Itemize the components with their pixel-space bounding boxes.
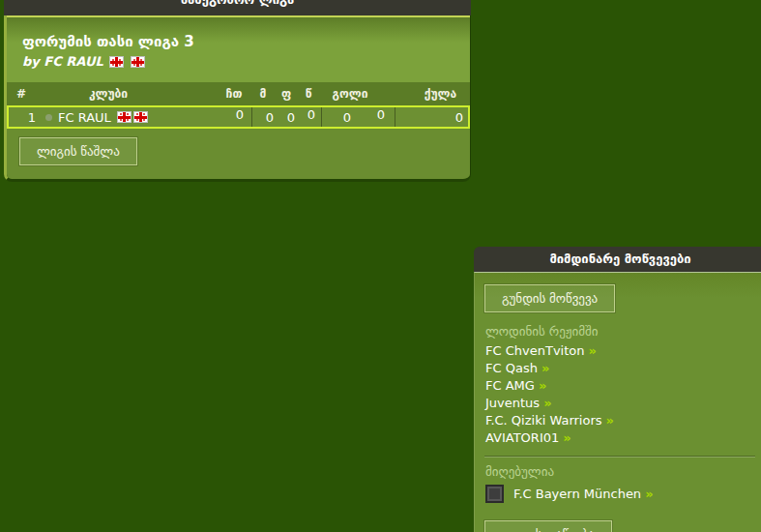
team-name: F.C. Qiziki Warriors [485,413,602,428]
pending-team-link[interactable]: FC AMG» [485,377,755,395]
double-arrow-icon: » [606,413,614,428]
column-header-played: ჩთ [208,87,250,101]
row-goals-against: 0 [355,107,395,127]
team-name: Juventus [485,396,540,410]
team-name: FC Qash [485,361,538,375]
georgia-flag-icon [131,56,145,68]
league-byline-text: by FC RAUL [22,54,103,69]
team-name: FC AMG [485,378,535,393]
league-panel: სამეგობრო ლიგა ფორუმის თასი ლიგა 3 by FC… [4,0,471,182]
row-goals-for: 0 [322,110,355,125]
pending-team-link[interactable]: AVIATORI01» [485,429,755,447]
row-drawn: 0 [278,110,299,125]
row-points: 0 [395,110,468,125]
invitations-panel-titlebar: მიმდინარე მოწვევები [474,247,761,272]
double-arrow-icon: » [645,487,653,501]
league-panel-title: სამეგობრო ლიგა [4,0,471,8]
league-header: ფორუმის თასი ლიგა 3 by FC RAUL [7,15,470,82]
georgia-flag-icon [133,111,148,123]
team-name: F.C Bayern München [513,487,641,501]
start-league-wrapper: ლიგის დაწყება [484,518,755,532]
club-status-dot-icon [45,114,52,121]
table-row[interactable]: 1 FC RAUL 0 0 0 0 0 0 0 [7,105,470,129]
column-header-position: # [7,87,36,101]
league-table-header: # კლუბი ჩთ მ ფ წ გოლი ქულა [7,82,470,105]
column-header-goals: გოლი [320,87,394,101]
row-won: 0 [252,110,278,125]
column-header-club: კლუბი [36,87,208,101]
double-arrow-icon: » [588,343,596,358]
column-header-lost: წ [297,87,320,101]
league-table-rows: 1 FC RAUL 0 0 0 0 0 0 0 [7,105,470,129]
double-arrow-icon: » [539,378,546,393]
section-divider [484,456,755,458]
column-header-points: ქულა [394,87,470,101]
league-footer: ლიგის წაშლა [7,129,470,179]
double-arrow-icon: » [543,396,551,410]
club-name: FC RAUL [58,110,111,125]
accepted-team-link[interactable]: F.C Bayern München» [513,486,654,503]
league-byline: by FC RAUL [22,54,470,69]
pending-team-link[interactable]: FC ChvenTviton» [485,342,755,360]
row-club-cell[interactable]: FC RAUL [38,110,210,125]
start-league-button[interactable]: ლიგის დაწყება [484,520,612,532]
accepted-team-checkbox[interactable] [485,485,504,503]
row-lost: 0 [299,107,322,127]
double-arrow-icon: » [541,361,549,375]
column-header-drawn: ფ [276,87,297,101]
invitations-panel-title: მიმდინარე მოწვევები [549,251,690,266]
accepted-section-label: მიღებულია [485,464,755,480]
team-name: AVIATORI01 [485,430,559,445]
accepted-team-row: F.C Bayern München» [485,485,755,503]
pending-section-label: ლოდინის რეჟიმში [485,324,755,340]
column-header-won: მ [250,87,276,101]
league-name: ფორუმის თასი ლიგა 3 [22,33,470,51]
georgia-flag-icon [109,56,124,68]
pending-team-link[interactable]: F.C. Qiziki Warriors» [485,412,755,429]
invitations-panel: მიმდინარე მოწვევები გუნდის მოწვევა ლოდინ… [474,247,761,532]
team-name: FC ChvenTviton [485,343,584,358]
row-position: 1 [9,110,38,125]
page-background: სამეგობრო ლიგა ფორუმის თასი ლიგა 3 by FC… [0,0,761,532]
league-panel-titlebar: სამეგობრო ლიგა [4,0,471,15]
georgia-flag-icon [117,111,132,123]
delete-league-button[interactable]: ლიგის წაშლა [19,137,137,165]
invitations-panel-body: გუნდის მოწვევა ლოდინის რეჟიმში FC ChvenT… [474,272,761,532]
row-played: 0 [210,107,252,127]
pending-team-link[interactable]: FC Qash» [485,360,755,377]
league-panel-body: ფორუმის თასი ლიგა 3 by FC RAUL # კლუბი ჩ… [4,15,471,182]
invite-team-button[interactable]: გუნდის მოწვევა [484,284,615,312]
pending-team-link[interactable]: Juventus» [485,395,755,412]
double-arrow-icon: » [563,430,571,445]
